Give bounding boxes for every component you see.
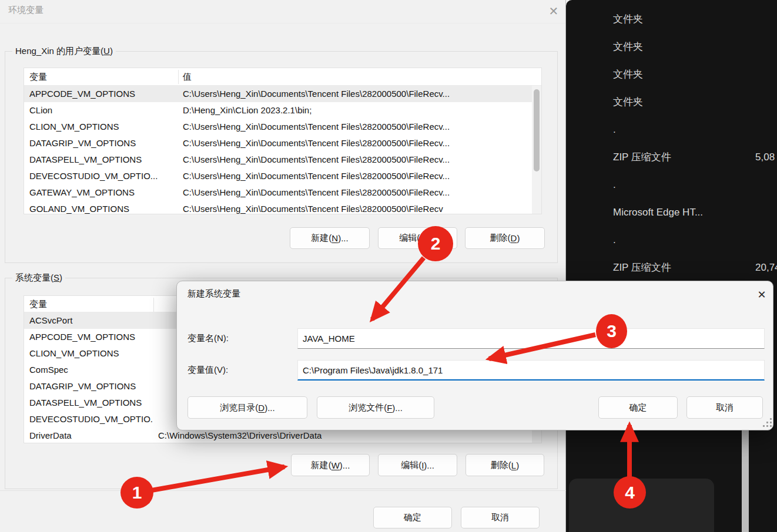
variable-name-cell: DEVECOSTUDIO_VM_OPTIO... [29,168,177,184]
column-header-variable[interactable]: 变量 [29,296,47,312]
file-explorer-panel: 文件夹文件夹文件夹文件夹.ZIP 压缩文件5,08.Microsoft Edge… [566,0,777,532]
dialog-close-icon[interactable]: ✕ [752,286,772,304]
variable-name-cell: CLION_VM_OPTIONS [29,345,153,362]
file-type-cell: . [613,233,616,248]
variable-name-cell: DATASPELL_VM_OPTIONS [29,151,177,168]
variable-value-cell: C:\Users\Heng_Xin\Documents\Tencent File… [183,151,540,168]
dialog-cancel-button[interactable]: 取消 [686,396,763,419]
variable-value-cell: C:\Users\Heng_Xin\Documents\Tencent File… [183,184,540,201]
variable-value-cell: D:\Heng_Xin\CLion 2023.2.1\bin; [183,102,540,119]
file-type-cell: ZIP 压缩文件 [613,150,671,165]
column-divider[interactable] [153,298,154,312]
column-header-value[interactable]: 值 [183,68,192,86]
explorer-row[interactable]: ZIP 压缩文件20,74 [566,260,777,275]
system-new-button[interactable]: 新建(W)... [291,454,370,476]
column-divider[interactable] [178,70,179,84]
user-table-scrollbar[interactable] [532,86,541,214]
variable-name-cell: DriverData [29,427,153,443]
table-row[interactable]: GATEWAY_VM_OPTIONSC:\Users\Heng_Xin\Docu… [24,184,541,201]
browse-directory-button[interactable]: 浏览目录(D)... [187,396,307,419]
variable-name-cell: ComSpec [29,362,153,378]
dialog-title: 新建系统变量 [187,288,240,299]
scrollbar-thumb[interactable] [534,89,540,171]
file-type-cell: 文件夹 [613,95,643,110]
table-row[interactable]: DATAGRIP_VM_OPTIONSC:\Users\Heng_Xin\Doc… [24,135,541,151]
explorer-row[interactable]: . [566,177,777,193]
window-titlebar: 环境变量 [0,0,565,23]
file-size-cell: 20,74 [755,260,777,275]
explorer-row[interactable]: 文件夹 [566,67,777,82]
new-system-variable-dialog: 新建系统变量 ✕ 变量名(N): 变量值(V): 浏览目录(D)... 浏览文件… [176,281,773,430]
file-type-cell: . [613,177,616,193]
variable-name-cell: DATASPELL_VM_OPTIONS [29,395,153,411]
variable-name-cell: CLION_VM_OPTIONS [29,119,177,135]
table-row[interactable]: DATASPELL_VM_OPTIONSC:\Users\Heng_Xin\Do… [24,151,541,168]
file-type-cell: 文件夹 [613,12,643,27]
variable-value-cell: C:\Users\Heng_Xin\Documents\Tencent File… [183,168,540,184]
resize-grip-icon[interactable] [763,418,765,420]
table-row[interactable]: APPCODE_VM_OPTIONSC:\Users\Heng_Xin\Docu… [24,86,541,102]
file-type-cell: ZIP 压缩文件 [613,260,671,275]
variable-value-label: 变量值(V): [187,365,228,376]
explorer-row[interactable]: 文件夹 [566,39,777,55]
explorer-row[interactable]: . [566,122,777,137]
close-icon[interactable]: ✕ [542,1,565,21]
variable-name-cell: GATEWAY_VM_OPTIONS [29,184,177,201]
table-row[interactable]: CLionD:\Heng_Xin\CLion 2023.2.1\bin; [24,102,541,119]
system-delete-button[interactable]: 删除(L) [465,454,544,476]
variable-value-cell: C:\Users\Heng_Xin\Documents\Tencent File… [183,119,540,135]
explorer-row[interactable]: Microsoft Edge HT... [566,205,777,220]
step-badge-3: 3 [596,314,627,348]
table-row[interactable]: DEVECOSTUDIO_VM_OPTIO...C:\Users\Heng_Xi… [24,168,541,184]
variable-name-cell: APPCODE_VM_OPTIONS [29,86,177,102]
user-variables-table: 变量 值 APPCODE_VM_OPTIONSC:\Users\Heng_Xin… [24,68,542,214]
file-type-cell: 文件夹 [613,67,643,82]
variable-name-input[interactable] [297,328,765,349]
variable-value-input[interactable] [297,360,765,381]
variable-value-cell: C:\Users\Heng_Xin\Documents\Tencent File… [183,86,540,102]
screen: 环境变量 ✕ Heng_Xin 的用户变量(U) 变量 值 APPCODE_VM… [0,0,777,532]
step-badge-1: 1 [120,477,153,509]
cancel-button[interactable]: 取消 [461,507,540,528]
variable-value-cell: C:\Users\Heng_Xin\Documents\Tencent File… [183,135,540,151]
step-badge-4: 4 [614,476,646,509]
user-new-button[interactable]: 新建(N)... [290,227,370,249]
file-type-cell: . [613,122,616,137]
variable-name-cell: DEVECOSTUDIO_VM_OPTIO... [29,411,153,427]
variable-name-cell: APPCODE_VM_OPTIONS [29,329,153,345]
explorer-row[interactable]: . [566,233,777,248]
browse-file-button[interactable]: 浏览文件(F)... [317,396,434,419]
system-variables-label: 系统变量(S) [12,272,65,284]
variable-name-label: 变量名(N): [187,333,229,344]
explorer-row[interactable]: 文件夹 [566,12,777,27]
variable-name-cell: DATAGRIP_VM_OPTIONS [29,378,153,395]
dialog-ok-button[interactable]: 确定 [598,396,678,419]
step-badge-2: 2 [418,226,453,261]
variable-name-cell: CLion [29,102,177,119]
variable-name-cell: DATAGRIP_VM_OPTIONS [29,135,177,151]
system-edit-button[interactable]: 编辑(I)... [378,454,457,476]
column-header-variable[interactable]: 变量 [29,68,47,86]
explorer-row[interactable]: ZIP 压缩文件5,08 [566,150,777,165]
ok-button[interactable]: 确定 [373,507,452,528]
footer-divider [0,490,566,491]
variable-name-cell: GOLAND_VM_OPTIONS [29,201,177,214]
table-row[interactable]: CLION_VM_OPTIONSC:\Users\Heng_Xin\Docume… [24,119,541,135]
variable-name-cell: ACSvcPort [29,312,153,329]
variable-value-cell: C:\Users\Heng_Xin\Documents\Tencent File… [183,201,540,214]
environment-variables-window: 环境变量 ✕ Heng_Xin 的用户变量(U) 变量 值 APPCODE_VM… [0,0,566,532]
user-variables-table-body: APPCODE_VM_OPTIONSC:\Users\Heng_Xin\Docu… [24,86,541,214]
window-title: 环境变量 [8,5,43,16]
explorer-row[interactable]: 文件夹 [566,95,777,110]
user-variables-label: Heng_Xin 的用户变量(U) [12,46,116,57]
file-size-cell: 5,08 [755,150,775,165]
file-type-cell: 文件夹 [613,39,643,55]
user-table-header: 变量 值 [24,68,541,86]
user-delete-button[interactable]: 删除(D) [465,227,545,249]
file-type-cell: Microsoft Edge HT... [613,205,703,220]
table-row[interactable]: GOLAND_VM_OPTIONSC:\Users\Heng_Xin\Docum… [24,201,541,214]
